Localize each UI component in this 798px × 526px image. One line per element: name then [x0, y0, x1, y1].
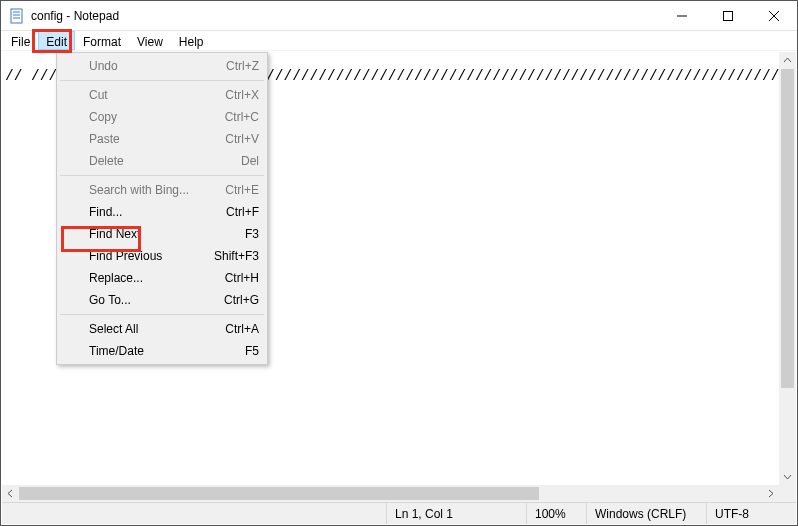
menu-item-cut: CutCtrl+X — [59, 84, 265, 106]
close-button[interactable] — [751, 1, 797, 31]
vertical-scrollbar[interactable] — [779, 52, 796, 485]
svg-rect-0 — [11, 9, 22, 23]
menu-item-shortcut: Shift+F3 — [214, 249, 259, 263]
scroll-right-button[interactable] — [762, 485, 779, 502]
status-position: Ln 1, Col 1 — [386, 503, 526, 524]
menu-separator — [60, 314, 264, 315]
horizontal-scrollbar[interactable] — [2, 485, 779, 502]
maximize-button[interactable] — [705, 1, 751, 31]
svg-line-7 — [769, 11, 779, 21]
notepad-icon — [9, 8, 25, 24]
title-bar: config - Notepad — [1, 1, 797, 31]
menu-item-label: Go To... — [89, 293, 224, 307]
menu-item-shortcut: Ctrl+G — [224, 293, 259, 307]
status-encoding: UTF-8 — [706, 503, 796, 524]
menu-item-find-next[interactable]: Find NextF3 — [59, 223, 265, 245]
menu-item-label: Cut — [89, 88, 225, 102]
menu-bar: FileEditFormatViewHelp — [1, 31, 797, 51]
vertical-scroll-track[interactable] — [779, 69, 796, 468]
status-bar: Ln 1, Col 1 100% Windows (CRLF) UTF-8 — [2, 502, 796, 524]
minimize-button[interactable] — [659, 1, 705, 31]
status-line-ending: Windows (CRLF) — [586, 503, 706, 524]
menu-item-label: Undo — [89, 59, 226, 73]
menu-item-label: Select All — [89, 322, 225, 336]
menu-item-select-all[interactable]: Select AllCtrl+A — [59, 318, 265, 340]
menu-item-copy: CopyCtrl+C — [59, 106, 265, 128]
svg-line-6 — [769, 11, 779, 21]
vertical-scroll-thumb[interactable] — [781, 69, 794, 388]
menu-item-go-to[interactable]: Go To...Ctrl+G — [59, 289, 265, 311]
menu-item-label: Replace... — [89, 271, 225, 285]
menu-edit[interactable]: Edit — [38, 31, 75, 50]
horizontal-scroll-thumb[interactable] — [19, 487, 539, 500]
menu-help[interactable]: Help — [171, 31, 212, 50]
menu-format[interactable]: Format — [75, 31, 129, 50]
menu-item-shortcut: Ctrl+X — [225, 88, 259, 102]
menu-view[interactable]: View — [129, 31, 171, 50]
menu-item-find-previous[interactable]: Find PreviousShift+F3 — [59, 245, 265, 267]
horizontal-scroll-track[interactable] — [19, 485, 762, 502]
menu-item-delete: DeleteDel — [59, 150, 265, 172]
menu-item-shortcut: F3 — [245, 227, 259, 241]
menu-item-shortcut: Ctrl+V — [225, 132, 259, 146]
menu-item-paste: PasteCtrl+V — [59, 128, 265, 150]
menu-item-search-with-bing: Search with Bing...Ctrl+E — [59, 179, 265, 201]
scroll-corner — [779, 485, 796, 502]
menu-item-shortcut: Ctrl+A — [225, 322, 259, 336]
menu-item-label: Search with Bing... — [89, 183, 225, 197]
svg-rect-5 — [724, 11, 733, 20]
menu-item-undo: UndoCtrl+Z — [59, 55, 265, 77]
window-title: config - Notepad — [31, 9, 119, 23]
menu-item-find[interactable]: Find...Ctrl+F — [59, 201, 265, 223]
edit-dropdown-menu: UndoCtrl+ZCutCtrl+XCopyCtrl+CPasteCtrl+V… — [56, 52, 268, 365]
menu-item-label: Copy — [89, 110, 225, 124]
menu-item-shortcut: Ctrl+E — [225, 183, 259, 197]
status-spacer — [2, 503, 386, 524]
scroll-down-button[interactable] — [779, 468, 796, 485]
menu-item-shortcut: Ctrl+Z — [226, 59, 259, 73]
menu-item-shortcut: Del — [241, 154, 259, 168]
menu-item-label: Paste — [89, 132, 225, 146]
scroll-up-button[interactable] — [779, 52, 796, 69]
menu-item-label: Delete — [89, 154, 241, 168]
menu-separator — [60, 175, 264, 176]
scroll-left-button[interactable] — [2, 485, 19, 502]
status-zoom: 100% — [526, 503, 586, 524]
menu-item-label: Find Previous — [89, 249, 214, 263]
menu-item-replace[interactable]: Replace...Ctrl+H — [59, 267, 265, 289]
menu-separator — [60, 80, 264, 81]
menu-item-shortcut: Ctrl+F — [226, 205, 259, 219]
menu-item-label: Time/Date — [89, 344, 245, 358]
menu-file[interactable]: File — [3, 31, 38, 50]
menu-item-label: Find... — [89, 205, 226, 219]
menu-item-shortcut: Ctrl+C — [225, 110, 259, 124]
menu-item-time-date[interactable]: Time/DateF5 — [59, 340, 265, 362]
menu-item-shortcut: Ctrl+H — [225, 271, 259, 285]
menu-item-label: Find Next — [89, 227, 245, 241]
menu-item-shortcut: F5 — [245, 344, 259, 358]
